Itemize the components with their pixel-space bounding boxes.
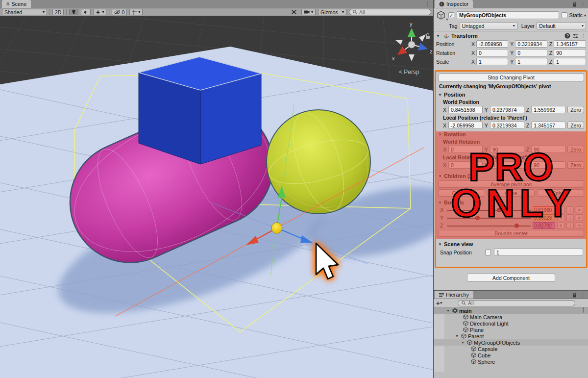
rotation-y-field[interactable]: 0 — [515, 49, 547, 56]
local-rotation-x-field[interactable]: 0 — [448, 161, 483, 169]
scene-view-section-foldout[interactable]: ▼Scene view — [438, 241, 584, 247]
lock-icon[interactable] — [572, 2, 577, 7]
world-position-x-field[interactable]: 0.8451598 — [448, 106, 483, 113]
transform-header[interactable]: ▼ Transform ? ⋮ — [434, 31, 588, 40]
tree-item-capsule[interactable]: Capsule — [434, 346, 588, 352]
world-rotation-y-field[interactable]: 90 — [490, 146, 524, 153]
local-position-zero-button[interactable]: Zero — [567, 122, 584, 129]
scale-y-field[interactable]: 1 — [515, 58, 547, 65]
static-checkbox[interactable] — [562, 12, 567, 18]
bounds-z-step-back[interactable]: < — [557, 222, 564, 229]
rotation-z-field[interactable]: 90 — [554, 49, 586, 56]
persp-label[interactable]: < Persp — [399, 69, 419, 76]
tree-item-plane[interactable]: Plane — [434, 327, 588, 333]
local-rotation-y-field[interactable]: 0 — [490, 161, 524, 169]
bounds-y-step-center[interactable]: | — [566, 214, 574, 221]
world-position-zero-button[interactable]: Zero — [567, 106, 584, 113]
position-x-field[interactable]: -2.059958 — [476, 40, 508, 48]
child-sphere-button[interactable]: Sphere — [537, 189, 584, 197]
world-rotation-z-field[interactable]: 90 — [531, 146, 565, 153]
transform-menu-icon[interactable]: ⋮ — [581, 33, 586, 39]
local-position-y-field[interactable]: 0.3219934 — [490, 122, 524, 129]
bounds-z-step-center[interactable]: | — [566, 222, 574, 229]
children-section-foldout[interactable]: ▼Children (3) — [438, 173, 584, 179]
local-position-x-field[interactable]: -2.059958 — [448, 122, 483, 129]
scale-z-field[interactable]: 1 — [554, 58, 586, 65]
lighting-toggle-button[interactable] — [69, 9, 78, 15]
position-z-field[interactable]: 1.345157 — [554, 40, 586, 48]
bounds-x-step-back[interactable]: < — [557, 206, 564, 213]
tree-item-parent[interactable]: ▼ Parent — [434, 333, 588, 339]
add-component-button[interactable]: Add Component — [467, 274, 555, 282]
world-position-y-field[interactable]: 0.2379874 — [490, 106, 524, 113]
hierarchy-search-input[interactable]: All — [458, 300, 575, 306]
tools-button[interactable] — [289, 9, 299, 15]
bounds-y-step-back[interactable]: < — [557, 214, 564, 221]
foldout-icon[interactable]: ▼ — [436, 34, 441, 38]
gameobject-name-field[interactable]: MyGroupOfObjects — [457, 11, 559, 19]
local-position-z-field[interactable]: 1.345157 — [531, 122, 565, 129]
hierarchy-menu-icon[interactable]: ⋮ — [580, 292, 586, 298]
lock-icon[interactable] — [572, 293, 577, 298]
camera-dropdown-button[interactable]: ▾ — [301, 9, 316, 15]
snap-position-field[interactable]: 1 — [494, 249, 583, 256]
bounds-z-slider[interactable] — [447, 222, 531, 229]
tree-item-cube[interactable]: Cube — [434, 352, 588, 358]
scene-search-input[interactable]: All — [349, 9, 431, 15]
bounds-x-value[interactable]: 0.61960 — [533, 206, 555, 213]
bounds-section-foldout[interactable]: ▼Bounds — [438, 200, 584, 205]
effects-dropdown-button[interactable]: ▾ — [93, 9, 106, 15]
gizmos-dropdown[interactable]: Gizmos ▾ — [318, 9, 346, 15]
bounds-y-step-fwd[interactable]: > — [576, 214, 583, 221]
position-y-field[interactable]: 0.3219934 — [515, 40, 547, 48]
snap-position-checkbox[interactable] — [485, 250, 491, 255]
bounds-z-value[interactable]: 0.82792 — [533, 222, 555, 229]
rotation-x-field[interactable]: 0 — [476, 49, 508, 56]
inspector-menu-icon[interactable]: ⋮ — [580, 1, 586, 7]
child-cube-button[interactable]: Cube — [488, 189, 535, 197]
rotation-section-foldout[interactable]: ▼Rotation — [438, 131, 584, 137]
world-rotation-zero-button[interactable]: Zero — [567, 146, 584, 153]
create-button[interactable]: +▾ — [436, 300, 442, 307]
layer-dropdown[interactable]: Default▾ — [537, 22, 586, 29]
bounds-x-step-fwd[interactable]: > — [576, 206, 583, 213]
presets-icon[interactable] — [572, 33, 579, 39]
tree-item-sphere[interactable]: Sphere — [434, 358, 588, 365]
help-icon[interactable]: ? — [564, 33, 570, 39]
scene-viewport[interactable]: y x z < Persp — [0, 16, 433, 378]
tree-item-main-camera[interactable]: Main Camera — [434, 314, 588, 320]
bounds-y-slider[interactable] — [447, 214, 531, 221]
audio-toggle-button[interactable] — [81, 9, 91, 15]
scene-menu-icon[interactable]: ⋮ — [425, 1, 430, 7]
tree-item-main[interactable]: ▼ main ⋮ — [434, 307, 588, 314]
inspector-panel: i Inspector ⋮ ▾ ✓ MyGroupOfObjects — [434, 0, 588, 290]
toggle-2d-button[interactable]: 2D — [52, 9, 64, 15]
average-pivot-button[interactable]: Average pivot pos — [438, 180, 584, 188]
tree-item-directional-light[interactable]: Directional Light — [434, 320, 588, 327]
child-capsule-button[interactable]: Capsule — [438, 189, 485, 197]
scene-visibility-button[interactable]: 0 — [112, 9, 127, 15]
world-rotation-x-field[interactable]: 0 — [448, 146, 483, 153]
bounds-x-step-center[interactable]: | — [566, 206, 574, 213]
grid-visibility-button[interactable]: ▾ — [129, 9, 143, 15]
position-section-foldout[interactable]: ▼Position — [438, 92, 584, 98]
world-position-z-field[interactable]: 1.559962 — [531, 106, 565, 113]
scale-x-field[interactable]: 1 — [476, 58, 508, 65]
tag-dropdown[interactable]: Untagged▾ — [460, 22, 517, 29]
draw-mode-dropdown[interactable]: Shaded ▾ — [2, 9, 47, 15]
tree-item-mygroupofobjects[interactable]: ▼ MyGroupOfObjects — [434, 339, 588, 346]
active-checkbox[interactable]: ✓ — [448, 12, 454, 18]
stop-changing-pivot-button[interactable]: Stop Changing Pivot — [438, 74, 584, 81]
tab-hierarchy[interactable]: Hierarchy — [435, 291, 473, 299]
bounds-center-button[interactable]: Bounds center — [438, 230, 584, 237]
tab-inspector[interactable]: i Inspector — [435, 0, 473, 8]
bounds-z-step-fwd[interactable]: > — [576, 222, 583, 229]
local-rotation-z-field[interactable]: 90 — [531, 161, 565, 169]
tab-scene[interactable]: # Scene — [2, 0, 31, 8]
static-dropdown-icon[interactable]: ▾ — [584, 13, 586, 18]
local-rotation-zero-button[interactable]: Zero — [567, 161, 584, 169]
bounds-y-value[interactable]: 0.36023 — [533, 214, 555, 221]
bounds-x-slider[interactable] — [447, 206, 531, 213]
scene-row-menu-icon[interactable]: ⋮ — [581, 307, 586, 313]
cube-object[interactable] — [139, 57, 261, 164]
